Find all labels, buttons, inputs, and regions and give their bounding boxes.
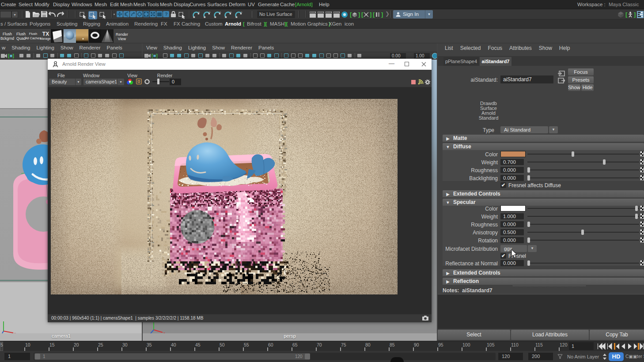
svg-text:?: ?: [165, 11, 168, 17]
